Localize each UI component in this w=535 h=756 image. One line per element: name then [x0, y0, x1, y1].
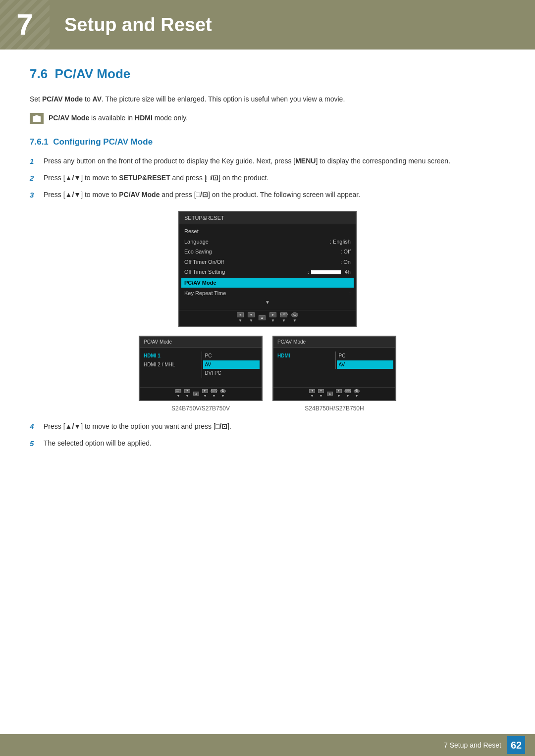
- screen-right-footer: ◄ ▼ ▼ ▼ ▲ ► ▼ A: [273, 387, 395, 401]
- options-list-right: PC AV: [335, 352, 392, 369]
- menu-row-language: Language : English: [184, 237, 351, 247]
- step-2: 2 Press [▲/▼] to move to SETUP&RESET and…: [30, 172, 505, 184]
- input-list-right: HDMI: [277, 352, 330, 369]
- step-3: 3 Press [▲/▼] to move to PC/AV Mode and …: [30, 189, 505, 201]
- menu-row-eco: Eco Saving : Off: [184, 247, 351, 257]
- screenshot-left-wrap: PC/AV Mode HDMI 1 HDMI 2 / MHL: [139, 336, 263, 413]
- steps-list: 1 Press any button on the front of the p…: [30, 155, 505, 201]
- setup-reset-screen: SETUP&RESET Reset Language : English Eco…: [178, 211, 357, 327]
- setup-reset-screenshot: SETUP&RESET Reset Language : English Eco…: [30, 211, 505, 327]
- screen-right-body: HDMI PC AV: [273, 348, 395, 387]
- screen-right-title: PC/AV Mode: [273, 337, 395, 348]
- monitor-left: PC/AV Mode HDMI 1 HDMI 2 / MHL: [139, 336, 263, 402]
- chapter-title: Setup and Reset: [64, 11, 212, 39]
- btn-power: ⏻ ▼: [291, 312, 298, 324]
- btn-up-right: ▲: [327, 392, 333, 396]
- note-text: PC/AV Mode is available in HDMI mode onl…: [49, 112, 188, 123]
- btn-enter-right: ► ▼: [336, 389, 342, 399]
- footer-page-number: 62: [507, 736, 525, 754]
- page-footer: 7 Setup and Reset 62: [0, 734, 535, 756]
- step-5: 5 The selected option will be applied.: [30, 438, 505, 450]
- pcav-mode-screenshots: PC/AV Mode HDMI 1 HDMI 2 / MHL: [30, 336, 505, 413]
- hdmi2-row: HDMI 2 / MHL: [144, 360, 197, 369]
- monitor-right: PC/AV Mode HDMI PC: [272, 336, 396, 402]
- screen-footer-buttons: ◄ ▼ ▼ ▼ ▲ ► ▼ A: [179, 310, 356, 326]
- btn-exit-left: EXIT ▼: [175, 389, 181, 399]
- btn-power-left: ⏻ ▼: [220, 389, 226, 399]
- chapter-title-block: Setup and Reset: [50, 0, 535, 50]
- footer-chapter-text: 7 Setup and Reset: [444, 740, 501, 751]
- step-4: 4 Press [▲/▼] to move to the option you …: [30, 421, 505, 433]
- screen-left-title: PC/AV Mode: [140, 337, 262, 348]
- btn-left-right: ◄ ▼: [309, 389, 315, 399]
- note-box: PC/AV Mode is available in HDMI mode onl…: [30, 112, 505, 124]
- model-label-right: S24B750H/S27B750H: [305, 404, 364, 413]
- main-content: 7.6 PC/AV Mode Set PC/AV Mode to AV. The…: [0, 64, 535, 499]
- pcav-options-left: HDMI 1 HDMI 2 / MHL PC AV: [144, 350, 258, 378]
- section-title: 7.6 PC/AV Mode: [30, 64, 505, 84]
- btn-auto-right: AUTO ▼: [345, 389, 351, 399]
- btn-auto: AUTO ▼: [280, 312, 287, 324]
- chapter-number-block: 7: [0, 0, 50, 50]
- option-dvipc-left: DVI PC: [205, 369, 258, 378]
- btn-right: ► ▼: [269, 312, 276, 324]
- screenshot-right-wrap: PC/AV Mode HDMI PC: [272, 336, 396, 413]
- menu-row-reset: Reset: [184, 226, 351, 237]
- btn-power-right: ⏻ ▼: [354, 389, 360, 399]
- subsection-title: 7.6.1 Configuring PC/AV Mode: [30, 136, 505, 149]
- btn-up-left: ▲: [193, 392, 199, 396]
- option-av-right: AV: [339, 360, 392, 369]
- btn-left: ◄ ▼: [237, 312, 244, 324]
- btn-down: ▼ ▼: [248, 312, 255, 324]
- scroll-indicator: ▼: [184, 299, 351, 306]
- hdmi-row-right: HDMI: [277, 352, 330, 360]
- menu-row-offtimer-onoff: Off Timer On/Off : On: [184, 257, 351, 267]
- screen-left-body: HDMI 1 HDMI 2 / MHL PC AV: [140, 348, 262, 387]
- step-1: 1 Press any button on the front of the p…: [30, 155, 505, 167]
- btn-auto-left: AUTO ▼: [211, 389, 217, 399]
- menu-row-offtimer-setting: Off Timer Setting : 4h: [184, 267, 351, 277]
- input-list-left: HDMI 1 HDMI 2 / MHL: [144, 352, 197, 378]
- btn-enter-left: ► ▼: [202, 389, 208, 399]
- intro-paragraph: Set PC/AV Mode to AV. The picture size w…: [30, 94, 505, 104]
- option-av-left: AV: [205, 360, 258, 369]
- steps-list-continued: 4 Press [▲/▼] to move to the option you …: [30, 421, 505, 450]
- btn-up: ▲: [259, 315, 266, 321]
- screen-title: SETUP&RESET: [179, 212, 356, 225]
- chapter-number: 7: [16, 2, 33, 47]
- model-label-left: S24B750V/S27B750V: [171, 404, 230, 413]
- pcav-options-right: HDMI PC AV: [277, 350, 391, 369]
- menu-row-pcav: PC/AV Mode: [181, 278, 354, 288]
- option-pc-right: PC: [339, 352, 392, 360]
- menu-row-keyrepeat: Key Repeat Time :: [184, 288, 351, 299]
- chapter-header: 7 Setup and Reset: [0, 0, 535, 50]
- screen-menu-body: Reset Language : English Eco Saving : Of…: [179, 224, 356, 310]
- screen-left-footer: EXIT ▼ ▼ ▼ ▲ ► ▼: [140, 387, 262, 401]
- hdmi1-row: HDMI 1: [144, 352, 197, 360]
- btn-down-left: ▼ ▼: [184, 389, 190, 399]
- monitor-display: SETUP&RESET Reset Language : English Eco…: [178, 211, 357, 327]
- options-list-left: PC AV DVI PC: [202, 352, 258, 378]
- btn-down-right: ▼ ▼: [318, 389, 324, 399]
- option-pc-left: PC: [205, 352, 258, 360]
- note-icon: [30, 113, 44, 124]
